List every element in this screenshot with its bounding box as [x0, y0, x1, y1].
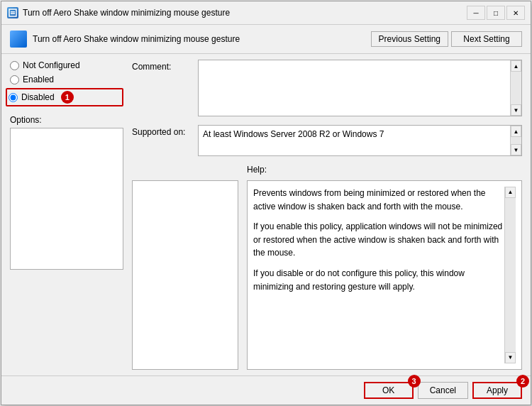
help-scrollbar: ▲ ▼ — [504, 187, 516, 363]
scroll-track — [511, 72, 521, 104]
svg-rect-1 — [11, 11, 15, 13]
next-setting-button[interactable]: Next Setting — [451, 31, 522, 47]
help-panel: Prevents windows from being minimized or… — [247, 180, 522, 370]
title-bar-left: Turn off Aero Shake window minimizing mo… — [7, 7, 230, 18]
help-paragraph-2: If you enable this policy, application w… — [253, 220, 504, 260]
minimize-button[interactable]: ─ — [467, 6, 485, 20]
comment-box: ▲ ▼ — [198, 60, 522, 116]
radio-disabled-label[interactable]: Disabled — [21, 92, 55, 102]
title-controls: ─ □ ✕ — [467, 6, 525, 20]
apply-button[interactable]: Apply — [472, 382, 522, 399]
radio-disabled[interactable]: Disabled 1 — [6, 88, 123, 106]
header-title-area: Turn off Aero Shake window minimizing mo… — [10, 31, 364, 48]
options-panel — [132, 180, 238, 370]
scroll-down-arrow[interactable]: ▼ — [511, 104, 521, 116]
window-title: Turn off Aero Shake window minimizing mo… — [23, 8, 230, 18]
bottom-panels: Prevents windows from being minimized or… — [132, 180, 522, 370]
supported-label: Supported on: — [132, 125, 192, 137]
disabled-badge: 1 — [61, 91, 74, 104]
radio-enabled-label[interactable]: Enabled — [23, 75, 54, 84]
radio-enabled[interactable]: Enabled — [10, 74, 123, 85]
sup-scroll-track — [511, 137, 521, 144]
supported-row: Supported on: At least Windows Server 20… — [132, 125, 522, 156]
options-panel-label — [132, 165, 238, 175]
help-paragraph-1: Prevents windows from being minimized or… — [253, 187, 504, 213]
sup-scroll-down[interactable]: ▼ — [511, 144, 521, 155]
comment-row: Comment: ▲ ▼ — [132, 60, 522, 116]
right-panel: Comment: ▲ ▼ Supported on: At least Wind… — [132, 60, 522, 370]
ok-button[interactable]: OK — [364, 382, 414, 399]
radio-not-configured-label[interactable]: Not Configured — [23, 60, 80, 70]
window-icon — [7, 7, 18, 18]
help-paragraph-3: If you disable or do not configure this … — [253, 267, 504, 293]
radio-group: Not Configured Enabled Disabled 1 — [10, 60, 123, 106]
policy-icon — [10, 31, 27, 48]
ok-button-wrap: OK 3 — [364, 382, 414, 399]
supported-box: At least Windows Server 2008 R2 or Windo… — [198, 125, 522, 156]
cancel-button[interactable]: Cancel — [418, 382, 468, 399]
radio-enabled-input[interactable] — [10, 75, 19, 84]
svg-rect-2 — [11, 13, 15, 15]
help-scroll-track — [505, 198, 516, 352]
header-row: Turn off Aero Shake window minimizing mo… — [1, 25, 531, 54]
help-scroll-up[interactable]: ▲ — [505, 187, 516, 198]
scroll-up-arrow[interactable]: ▲ — [511, 60, 521, 72]
comment-label: Comment: — [132, 60, 192, 72]
apply-button-wrap: Apply 2 — [472, 382, 522, 399]
radio-disabled-input[interactable] — [9, 93, 18, 102]
supported-scrollbar: ▲ ▼ — [510, 126, 521, 155]
left-panel: Not Configured Enabled Disabled 1 Option… — [10, 60, 123, 370]
comment-scrollbar: ▲ ▼ — [510, 60, 521, 116]
options-section: Options: — [10, 115, 123, 270]
header-nav-buttons: Previous Setting Next Setting — [371, 31, 522, 47]
radio-not-configured[interactable]: Not Configured — [10, 60, 123, 71]
help-scroll-down[interactable]: ▼ — [505, 352, 516, 363]
radio-not-configured-input[interactable] — [10, 61, 19, 70]
close-button[interactable]: ✕ — [506, 6, 525, 20]
main-content: Not Configured Enabled Disabled 1 Option… — [1, 54, 531, 375]
options-box — [10, 128, 123, 270]
options-label: Options: — [10, 115, 123, 125]
footer: OK 3 Cancel Apply 2 — [1, 375, 531, 405]
comment-textarea[interactable] — [199, 60, 510, 116]
help-label: Help: — [247, 165, 267, 175]
ok-badge: 3 — [408, 375, 421, 388]
title-bar: Turn off Aero Shake window minimizing mo… — [1, 1, 531, 25]
supported-text: At least Windows Server 2008 R2 or Windo… — [199, 126, 510, 155]
svg-rect-0 — [9, 9, 16, 16]
previous-setting-button[interactable]: Previous Setting — [371, 31, 448, 47]
sup-scroll-up[interactable]: ▲ — [511, 126, 521, 137]
panels-labels-row: Help: — [132, 165, 522, 175]
header-title-text: Turn off Aero Shake window minimizing mo… — [33, 34, 240, 44]
dialog-window: Turn off Aero Shake window minimizing mo… — [1, 1, 531, 405]
apply-badge: 2 — [516, 375, 529, 388]
maximize-button[interactable]: □ — [487, 6, 505, 20]
help-text: Prevents windows from being minimized or… — [253, 187, 504, 363]
